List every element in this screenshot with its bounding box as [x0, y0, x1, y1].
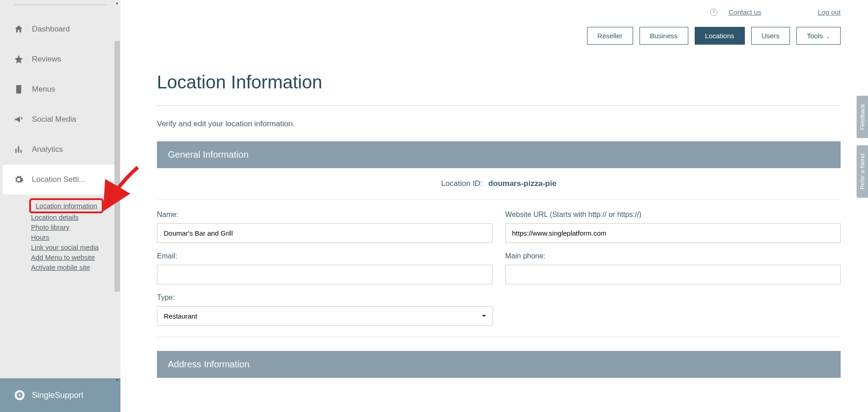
sidebar-item-location-settings[interactable]: Location Setti...: [3, 165, 118, 195]
subnav-link[interactable]: Hours: [31, 233, 49, 241]
topbar: ? Contact us Log out: [120, 0, 868, 16]
field-url: Website URL (Starts with http:// or http…: [505, 211, 841, 243]
home-icon: [14, 24, 24, 34]
divider: [14, 5, 107, 5]
type-label: Type:: [157, 294, 493, 302]
sidebar-item-label: Reviews: [32, 55, 61, 64]
scrollbar-thumb[interactable]: [114, 41, 120, 292]
subnav-add-menu[interactable]: Add Menu to website: [31, 252, 107, 263]
megaphone-icon: [14, 114, 24, 124]
subnav-link-social[interactable]: Link your social media: [31, 242, 107, 252]
support-label: SingleSupport: [32, 391, 83, 400]
tab-locations[interactable]: Locations: [695, 27, 745, 45]
field-name: Name:: [157, 211, 493, 243]
contact-link[interactable]: Contact us: [728, 8, 761, 16]
type-select[interactable]: Restaurant: [157, 306, 493, 326]
sidebar-item-label: Social Media: [32, 115, 76, 124]
sidebar-item-menus[interactable]: Menus: [0, 74, 120, 104]
sidebar-item-label: Menus: [32, 85, 55, 94]
chevron-down-icon: ⌄: [825, 34, 830, 39]
subnav-location-details[interactable]: Location details: [31, 212, 107, 222]
subnav-photo-library[interactable]: Photo library: [31, 222, 107, 232]
scroll-down-arrow[interactable]: ▾: [114, 377, 120, 383]
tab-tools[interactable]: Tools ⌄: [796, 27, 841, 45]
location-id-row: Location ID: doumars-pizza-pie: [157, 168, 841, 200]
sidebar-item-social[interactable]: Social Media: [0, 104, 120, 134]
refer-tab[interactable]: Refer a friend: [857, 145, 868, 198]
star-icon: [14, 54, 24, 64]
tab-reseller[interactable]: Reseller: [587, 27, 633, 45]
menu-icon: [14, 84, 24, 94]
sidebar-item-dashboard[interactable]: Dashboard: [0, 14, 120, 44]
sidebar-item-label: Dashboard: [32, 25, 70, 34]
name-label: Name:: [157, 211, 493, 219]
sidebar: Dashboard Reviews Menus Social Media Ana…: [0, 0, 120, 412]
help-icon[interactable]: ?: [710, 9, 717, 16]
subnav-link[interactable]: Activate mobile site: [31, 263, 90, 271]
url-input[interactable]: [505, 223, 841, 243]
feedback-tab[interactable]: Feedback: [857, 96, 868, 138]
subnav-location-information[interactable]: Location information: [31, 199, 107, 212]
url-label: Website URL (Starts with http:// or http…: [505, 211, 841, 219]
name-input[interactable]: [157, 223, 493, 243]
sidebar-item-analytics[interactable]: Analytics: [0, 134, 120, 165]
settings-subnav: Location information Location details Ph…: [0, 195, 120, 277]
location-id-label: Location ID:: [441, 179, 483, 188]
tab-tools-label: Tools: [807, 32, 823, 40]
sidebar-item-label: Location Setti...: [32, 175, 85, 184]
page-subtext: Verify and edit your location informatio…: [157, 119, 841, 129]
location-id-value: doumars-pizza-pie: [489, 179, 556, 188]
tab-business[interactable]: Business: [639, 27, 688, 45]
page-title: Location Information: [157, 72, 841, 106]
email-input[interactable]: [157, 265, 493, 284]
subnav-link[interactable]: Location information: [31, 200, 102, 211]
subnav-link[interactable]: Photo library: [31, 223, 69, 231]
subnav-link[interactable]: Location details: [31, 213, 78, 221]
phone-input[interactable]: [505, 265, 841, 284]
section-general-header: General Information: [157, 141, 841, 168]
chart-icon: [14, 144, 24, 154]
subnav-hours[interactable]: Hours: [31, 232, 107, 242]
gear-icon: [14, 175, 24, 185]
subnav-link[interactable]: Link your social media: [31, 243, 99, 251]
subnav-link[interactable]: Add Menu to website: [31, 253, 95, 261]
tab-row: Reseller Business Locations Users Tools …: [120, 16, 868, 45]
field-type: Type: Restaurant: [157, 294, 493, 326]
logout-link[interactable]: Log out: [818, 8, 841, 16]
scroll-up-arrow[interactable]: ▴: [114, 0, 120, 5]
field-email: Email:: [157, 252, 493, 284]
main-content: ? Contact us Log out Reseller Business L…: [120, 0, 868, 412]
email-label: Email:: [157, 252, 493, 260]
sidebar-item-label: Analytics: [32, 145, 63, 154]
sidebar-item-reviews[interactable]: Reviews: [0, 44, 120, 74]
tab-users[interactable]: Users: [751, 27, 790, 45]
section-address-header: Address Information: [157, 351, 841, 378]
lifebuoy-icon: [14, 389, 26, 401]
phone-label: Main phone:: [505, 252, 841, 260]
side-tabs: Feedback Refer a friend: [857, 96, 868, 198]
field-phone: Main phone:: [505, 252, 841, 284]
support-bar[interactable]: SingleSupport: [0, 378, 120, 412]
subnav-activate-mobile[interactable]: Activate mobile site: [31, 263, 107, 273]
